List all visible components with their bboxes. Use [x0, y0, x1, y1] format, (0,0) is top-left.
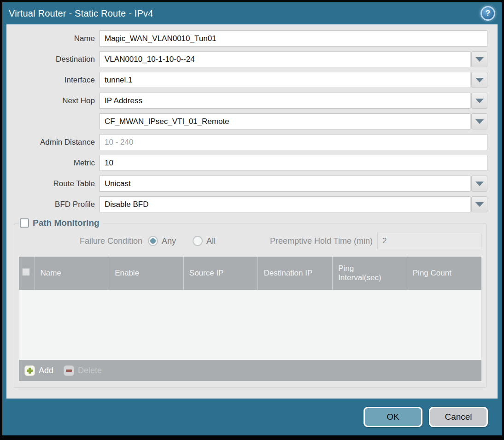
- table-header-checkbox-cell: [19, 257, 35, 290]
- cancel-button[interactable]: Cancel: [429, 407, 488, 427]
- next-hop-address-dropdown-button[interactable]: [471, 113, 487, 129]
- path-monitoring-title: Path Monitoring: [33, 218, 100, 228]
- dialog-title: Virtual Router - Static Route - IPv4: [9, 8, 153, 19]
- interface-input[interactable]: [100, 72, 470, 88]
- name-input[interactable]: [100, 30, 487, 47]
- field-row-admin-distance: Admin Distance: [12, 134, 487, 150]
- preemptive-hold-time-input[interactable]: [377, 233, 481, 249]
- delete-button-label: Delete: [78, 366, 102, 375]
- dialog-footer: OK Cancel: [2, 399, 502, 435]
- next-hop-type-input[interactable]: [100, 93, 470, 109]
- metric-label: Metric: [12, 158, 100, 168]
- radio-any[interactable]: [148, 236, 158, 246]
- admin-distance-label: Admin Distance: [12, 138, 100, 147]
- next-hop-address-input[interactable]: [100, 113, 470, 129]
- bfd-profile-dropdown-button[interactable]: [471, 196, 487, 212]
- failure-condition-option-any[interactable]: Any: [148, 236, 176, 246]
- chevron-down-icon: [475, 78, 484, 82]
- route-table-input[interactable]: [100, 176, 470, 192]
- field-row-metric: Metric: [12, 155, 487, 171]
- radio-all[interactable]: [193, 236, 203, 246]
- chevron-down-icon: [475, 99, 484, 103]
- field-row-next-hop-address: [12, 113, 487, 129]
- name-label: Name: [12, 34, 100, 43]
- radio-all-label: All: [206, 236, 216, 246]
- path-monitoring-checkbox[interactable]: [20, 218, 29, 228]
- dialog-content: Name Destination Interface Next Hop: [6, 24, 498, 399]
- route-table-dropdown-button[interactable]: [471, 176, 487, 192]
- failure-condition-row: Failure Condition Any All Preemptive Hol…: [19, 233, 481, 249]
- chevron-down-icon: [475, 119, 484, 124]
- interface-label: Interface: [12, 76, 100, 85]
- next-hop-dropdown-button[interactable]: [471, 93, 487, 109]
- table-header-row: Name Enable Source IP Destination IP Pin…: [19, 257, 481, 290]
- help-icon-glyph: ?: [486, 9, 490, 18]
- failure-condition-label: Failure Condition: [80, 236, 142, 246]
- destination-input[interactable]: [100, 51, 470, 67]
- admin-distance-input[interactable]: [100, 134, 487, 150]
- plus-icon: [24, 365, 35, 376]
- chevron-down-icon: [475, 202, 484, 207]
- chevron-down-icon: [475, 57, 484, 62]
- interface-dropdown-button[interactable]: [471, 72, 487, 88]
- preemptive-hold-time-label: Preemptive Hold Time (min): [270, 236, 373, 246]
- field-row-route-table: Route Table: [12, 176, 487, 192]
- static-route-dialog: Virtual Router - Static Route - IPv4 ? N…: [0, 0, 504, 440]
- destination-dropdown-button[interactable]: [471, 51, 487, 67]
- add-button-label: Add: [39, 366, 53, 375]
- column-header-ping-count: Ping Count: [407, 257, 481, 290]
- radio-dot: [150, 238, 156, 244]
- bfd-profile-input[interactable]: [100, 196, 470, 212]
- metric-input[interactable]: [100, 155, 487, 171]
- next-hop-label: Next Hop: [12, 96, 100, 106]
- route-table-label: Route Table: [12, 179, 100, 188]
- field-row-next-hop: Next Hop: [12, 93, 487, 109]
- column-header-ping-interval: Ping Interval(sec): [333, 257, 407, 290]
- destination-label: Destination: [12, 55, 100, 64]
- minus-icon: [64, 365, 74, 376]
- path-monitoring-section: Path Monitoring Failure Condition Any Al…: [14, 218, 486, 388]
- field-row-interface: Interface: [12, 72, 487, 88]
- column-header-name: Name: [35, 257, 109, 290]
- failure-condition-option-all[interactable]: All: [193, 236, 216, 246]
- help-icon[interactable]: ?: [481, 6, 495, 21]
- column-header-enable: Enable: [109, 257, 184, 290]
- table-empty-body: [19, 290, 481, 360]
- delete-button[interactable]: Delete: [64, 365, 102, 376]
- column-header-source-ip: Source IP: [183, 257, 258, 290]
- field-row-destination: Destination: [12, 51, 487, 67]
- bfd-profile-label: BFD Profile: [12, 200, 100, 209]
- table-footer: Add Delete: [19, 360, 481, 381]
- dialog-titlebar: Virtual Router - Static Route - IPv4 ?: [2, 2, 502, 24]
- ok-button[interactable]: OK: [363, 407, 422, 427]
- field-row-bfd-profile: BFD Profile: [12, 196, 487, 212]
- path-monitoring-legend: Path Monitoring: [19, 218, 103, 228]
- field-row-name: Name: [12, 30, 487, 47]
- chevron-down-icon: [475, 182, 484, 186]
- column-header-destination-ip: Destination IP: [258, 257, 333, 290]
- radio-any-label: Any: [162, 236, 176, 246]
- select-all-checkbox[interactable]: [22, 268, 30, 276]
- path-monitoring-table: Name Enable Source IP Destination IP Pin…: [19, 257, 481, 290]
- add-button[interactable]: Add: [24, 365, 53, 376]
